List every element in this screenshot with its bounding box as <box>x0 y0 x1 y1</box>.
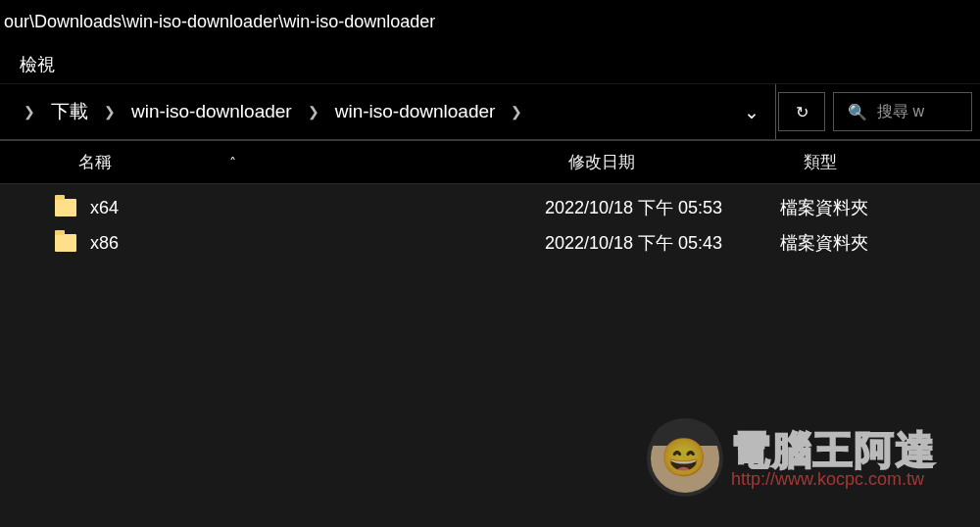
table-row[interactable]: x64 2022/10/18 下午 05:53 檔案資料夾 <box>0 190 980 225</box>
window-path: our\Downloads\win-iso-downloader\win-iso… <box>4 12 435 31</box>
breadcrumb[interactable]: ❯ 下載 ❯ win-iso-downloader ❯ win-iso-down… <box>0 84 776 139</box>
file-name: x64 <box>90 198 119 218</box>
column-name[interactable]: 名稱 ˄ <box>78 151 568 173</box>
menu-bar: 檢視 <box>0 45 980 84</box>
breadcrumb-item[interactable]: win-iso-downloader <box>327 101 504 122</box>
watermark-title: 電腦王阿達 <box>731 428 937 471</box>
breadcrumb-item[interactable]: win-iso-downloader <box>123 101 300 122</box>
folder-icon <box>55 234 76 252</box>
column-modified[interactable]: 修改日期 <box>568 151 804 173</box>
column-type[interactable]: 類型 <box>804 151 980 173</box>
chevron-right-icon: ❯ <box>304 104 323 120</box>
file-modified: 2022/10/18 下午 05:53 <box>545 196 780 219</box>
watermark: 電腦王阿達 http://www.kocpc.com.tw <box>647 400 980 517</box>
chevron-right-icon: ❯ <box>100 104 120 120</box>
refresh-icon: ↻ <box>796 103 808 121</box>
search-placeholder: 搜尋 w <box>877 102 924 122</box>
folder-icon <box>55 199 76 216</box>
file-modified: 2022/10/18 下午 05:43 <box>545 231 780 255</box>
file-type: 檔案資料夾 <box>780 231 956 255</box>
chevron-right-icon: ❯ <box>20 104 39 120</box>
chevron-right-icon: ❯ <box>507 104 526 120</box>
file-type: 檔案資料夾 <box>780 196 956 219</box>
breadcrumb-dropdown[interactable]: ⌄ <box>728 101 775 123</box>
column-headers: 名稱 ˄ 修改日期 類型 大! <box>0 141 980 184</box>
search-icon: 🔍 <box>848 103 867 121</box>
address-bar: ❯ 下載 ❯ win-iso-downloader ❯ win-iso-down… <box>0 84 980 139</box>
watermark-url: http://www.kocpc.com.tw <box>731 469 937 490</box>
search-input[interactable]: 🔍 搜尋 w <box>833 92 972 131</box>
table-row[interactable]: x86 2022/10/18 下午 05:43 檔案資料夾 <box>0 225 980 261</box>
sort-ascending-icon: ˄ <box>229 155 236 170</box>
menu-view[interactable]: 檢視 <box>20 53 55 76</box>
watermark-avatar <box>647 420 723 497</box>
watermark-text: 電腦王阿達 http://www.kocpc.com.tw <box>731 428 937 490</box>
refresh-button[interactable]: ↻ <box>778 92 825 131</box>
titlebar: our\Downloads\win-iso-downloader\win-iso… <box>0 0 980 45</box>
file-name: x86 <box>90 233 119 254</box>
breadcrumb-item[interactable]: 下載 <box>43 99 96 124</box>
